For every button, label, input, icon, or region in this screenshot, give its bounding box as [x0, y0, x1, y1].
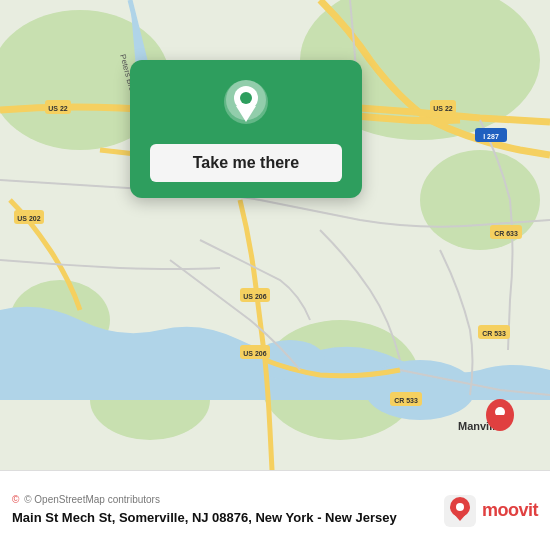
take-me-there-button[interactable]: Take me there [150, 144, 342, 182]
svg-text:US 22: US 22 [48, 105, 68, 112]
svg-text:I 287: I 287 [483, 133, 499, 140]
svg-text:US 206: US 206 [243, 293, 266, 300]
svg-text:US 206: US 206 [243, 350, 266, 357]
moovit-text: moovit [482, 500, 538, 521]
svg-text:CR 633: CR 633 [494, 230, 518, 237]
copyright-icon: © [12, 494, 19, 505]
svg-text:CR 533: CR 533 [482, 330, 506, 337]
svg-text:US 22: US 22 [433, 105, 453, 112]
copyright-line: © © OpenStreetMap contributors [12, 494, 432, 505]
moovit-logo: moovit [442, 493, 538, 529]
info-bar: © © OpenStreetMap contributors Main St M… [0, 470, 550, 550]
map-container: Peters Brook US 22 US 22 US 22 I 287 US … [0, 0, 550, 470]
copyright-text: © OpenStreetMap contributors [24, 494, 160, 505]
svg-point-7 [365, 360, 475, 420]
svg-text:US 202: US 202 [17, 215, 40, 222]
svg-point-37 [240, 92, 252, 104]
moovit-icon [442, 493, 478, 529]
pin-icon [222, 78, 270, 134]
address-line: Main St Mech St, Somerville, NJ 08876, N… [12, 509, 432, 527]
svg-text:CR 533: CR 533 [394, 397, 418, 404]
info-text-block: © © OpenStreetMap contributors Main St M… [12, 494, 432, 527]
svg-point-41 [456, 503, 464, 511]
location-card: Take me there [130, 60, 362, 198]
